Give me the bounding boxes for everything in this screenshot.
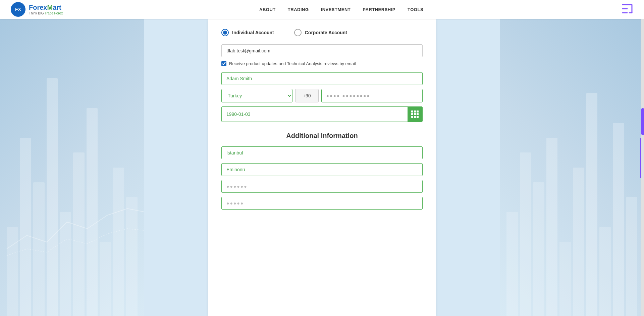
corporate-account-label: Corporate Account xyxy=(305,30,347,35)
nav-about[interactable]: ABOUT xyxy=(259,7,276,12)
calendar-button[interactable] xyxy=(408,107,422,122)
phone-row: Turkey USA UK Germany France +90 xyxy=(221,89,423,102)
logo-text: ForexMart Think BIG Trade Forex xyxy=(29,4,63,15)
country-select[interactable]: Turkey USA UK Germany France xyxy=(221,89,292,102)
page-wrapper: Individual Account Corporate Account Rec… xyxy=(0,19,644,316)
logo-icon: FX xyxy=(11,2,25,17)
email-updates-row: Receive product updates and Technical An… xyxy=(221,61,423,66)
street-input[interactable] xyxy=(221,180,423,193)
phone-code-display: +90 xyxy=(295,89,319,102)
individual-radio[interactable] xyxy=(221,29,229,36)
corporate-account-option[interactable]: Corporate Account xyxy=(294,29,347,36)
scrollbar[interactable] xyxy=(641,19,644,316)
full-name-input[interactable] xyxy=(221,72,423,85)
district-input[interactable] xyxy=(221,163,423,176)
email-input[interactable] xyxy=(221,44,423,57)
registration-form: Individual Account Corporate Account Rec… xyxy=(208,19,436,316)
nav-tools[interactable]: TOOLS xyxy=(408,7,423,12)
email-updates-label: Receive product updates and Technical An… xyxy=(229,61,356,66)
city-input[interactable] xyxy=(221,146,423,159)
calendar-icon xyxy=(411,110,419,118)
account-type-row: Individual Account Corporate Account xyxy=(221,29,423,36)
nav-links: ABOUT TRADING INVESTMENT PARTNERSHIP TOO… xyxy=(259,6,423,12)
phone-number-input[interactable] xyxy=(321,89,423,102)
individual-account-option[interactable]: Individual Account xyxy=(221,29,274,36)
date-of-birth-input[interactable] xyxy=(222,108,408,120)
individual-account-label: Individual Account xyxy=(232,30,274,35)
logo[interactable]: FX ForexMart Think BIG Trade Forex xyxy=(11,2,63,17)
zip-input[interactable] xyxy=(221,197,423,210)
date-of-birth-row xyxy=(221,106,423,122)
nav-investment[interactable]: INVESTMENT xyxy=(321,7,351,12)
additional-info-title: Additional Information xyxy=(221,132,423,140)
scroll-thumb[interactable] xyxy=(641,108,644,135)
logo-title: ForexMart xyxy=(29,4,63,11)
logo-subtitle: Think BIG Trade Forex xyxy=(29,11,63,15)
corporate-radio[interactable] xyxy=(294,29,302,36)
nav-account-icon[interactable] xyxy=(620,2,633,17)
email-updates-checkbox[interactable] xyxy=(221,61,226,66)
navbar: FX ForexMart Think BIG Trade Forex ABOUT… xyxy=(0,0,644,19)
nav-partnership[interactable]: PARTNERSHIP xyxy=(363,7,395,12)
nav-trading[interactable]: TRADING xyxy=(288,7,309,12)
